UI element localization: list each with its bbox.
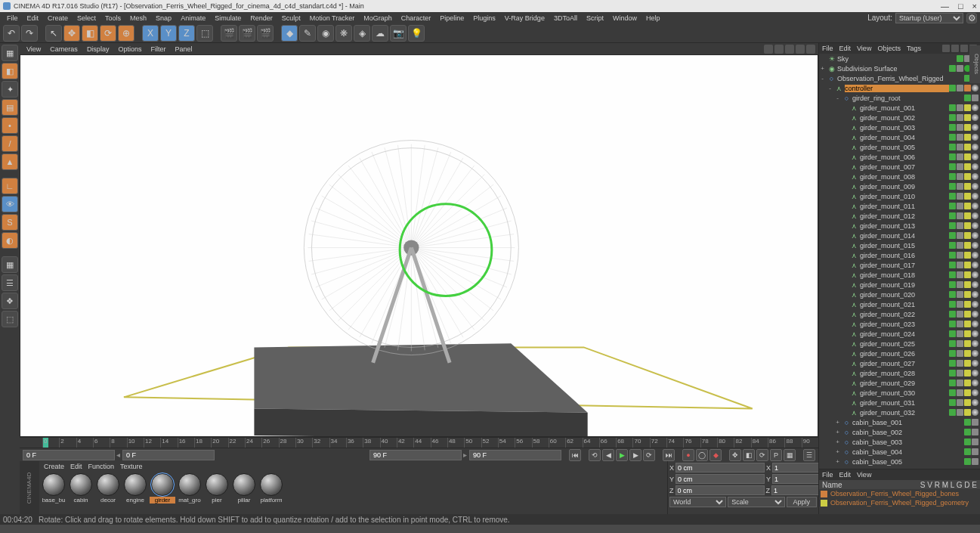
flag-vis2-icon[interactable] [957, 409, 963, 416]
flag-vis2-icon[interactable] [957, 173, 963, 180]
flag-tag2-icon[interactable] [972, 370, 978, 377]
vp-nav5-icon[interactable] [806, 45, 815, 54]
render-view-button[interactable]: 🎬 [221, 25, 237, 42]
object-row[interactable]: ⋏girder_mount_027 [819, 358, 980, 368]
flag-vis2-icon[interactable] [957, 114, 963, 121]
texture-mode-button[interactable]: ✦ [2, 81, 18, 98]
flag-vis-icon[interactable] [964, 95, 971, 101]
object-row[interactable]: ⋏girder_mount_001 [819, 103, 980, 113]
maximize-button[interactable]: □ [958, 2, 963, 11]
flag-vis-icon[interactable] [949, 85, 956, 91]
flag-vis-icon[interactable] [949, 242, 956, 249]
flag-vis-icon[interactable] [964, 438, 971, 445]
polygon-mode-button[interactable]: ▲ [2, 153, 18, 170]
next-frame-button[interactable]: ▶ [629, 449, 641, 461]
misc1-button[interactable]: ☰ [2, 274, 18, 291]
flag-tag-icon[interactable] [964, 409, 971, 416]
mat-menu-texture[interactable]: Texture [120, 463, 143, 470]
flag-vis-icon[interactable] [949, 321, 956, 327]
flag-tag2-icon[interactable] [972, 281, 978, 288]
flag-vis-icon[interactable] [949, 262, 956, 268]
object-row[interactable]: ⋏girder_mount_002 [819, 113, 980, 122]
flag-tag-icon[interactable] [964, 301, 971, 308]
flag-tag2-icon[interactable] [972, 114, 978, 121]
flag-vis-icon[interactable] [949, 124, 956, 131]
range-start2-field[interactable] [122, 450, 215, 460]
om-view-icon[interactable] [951, 45, 959, 52]
flag-vis2-icon[interactable] [957, 232, 963, 239]
menu-edit[interactable]: Edit [23, 14, 43, 22]
object-row[interactable]: +○cabin_base_001 [819, 417, 980, 427]
mat-menu-edit[interactable]: Edit [70, 463, 82, 470]
tree-toggle-icon[interactable]: + [834, 448, 841, 455]
flag-tag2-icon[interactable] [972, 350, 978, 357]
flag-tag2-icon[interactable] [972, 380, 978, 386]
object-row[interactable]: ⋏girder_mount_011 [819, 201, 980, 211]
flag-vis-icon[interactable] [949, 330, 956, 337]
flag-vis-icon[interactable] [949, 144, 956, 150]
object-row[interactable]: ⋏girder_mount_020 [819, 290, 980, 299]
object-row[interactable]: ☀Sky [819, 54, 980, 64]
menu-help[interactable]: Help [642, 14, 664, 22]
flag-tag-icon[interactable] [964, 389, 971, 396]
z-axis-lock[interactable]: Z [178, 25, 195, 42]
flag-vis-icon[interactable] [949, 134, 956, 141]
object-row[interactable]: ⋏girder_mount_026 [819, 349, 980, 358]
object-row[interactable]: ⋏girder_mount_005 [819, 142, 980, 152]
tree-toggle-icon[interactable]: + [834, 458, 841, 465]
vp-menu-options[interactable]: Options [114, 45, 145, 53]
flag-tag-icon[interactable] [964, 124, 971, 131]
flag-vis-icon[interactable] [949, 360, 956, 367]
flag-tag-icon[interactable] [964, 232, 971, 239]
flag-vis-icon[interactable] [949, 232, 956, 239]
menu-pipeline[interactable]: Pipeline [436, 14, 468, 22]
menu-window[interactable]: Window [609, 14, 641, 22]
pla-key-button[interactable]: ▦ [784, 449, 796, 461]
rot-key-button[interactable]: ⟳ [756, 449, 768, 461]
next-key-button[interactable]: ⟳ [643, 449, 655, 461]
object-row[interactable]: -○Observation_Ferris_Wheel_Rigged [819, 73, 980, 83]
flag-vis-icon[interactable] [949, 291, 956, 298]
pos-x-field[interactable] [675, 463, 765, 473]
flag-vis-icon[interactable] [949, 301, 956, 308]
vp-nav3-icon[interactable] [785, 45, 794, 54]
flag-vis-icon[interactable] [949, 114, 956, 121]
flag-tag2-icon[interactable] [972, 183, 978, 190]
select-tool[interactable]: ↖ [45, 25, 62, 42]
flag-tag-icon[interactable] [964, 262, 971, 268]
goto-end-button[interactable]: ⏭ [663, 449, 675, 461]
flag-tag-icon[interactable] [964, 281, 971, 288]
menu-file[interactable]: File [3, 14, 22, 22]
layers-menu-view[interactable]: View [857, 471, 871, 479]
menu-plugins[interactable]: Plugins [469, 14, 499, 22]
cube-primitive-button[interactable]: ◆ [281, 25, 298, 42]
flag-vis-icon[interactable] [949, 311, 956, 318]
flag-tag-icon[interactable] [964, 271, 971, 278]
material-mat_gro[interactable]: mat_gro [177, 473, 202, 513]
flag-tag2-icon[interactable] [972, 301, 978, 308]
snap-button[interactable]: S [2, 214, 18, 231]
coord-mode-select[interactable]: Scale [728, 497, 784, 507]
layer-color-swatch[interactable] [821, 491, 827, 497]
flag-tag2-icon[interactable] [972, 104, 978, 111]
object-row[interactable]: ⋏girder_mount_010 [819, 191, 980, 201]
object-row[interactable]: ⋏girder_mount_021 [819, 299, 980, 309]
object-row[interactable]: -○girder_ring_root [819, 93, 980, 103]
om-menu-tags[interactable]: Tags [907, 45, 921, 52]
object-row[interactable]: ⋏girder_mount_003 [819, 122, 980, 132]
flag-vis2-icon[interactable] [957, 311, 963, 318]
flag-tag-icon[interactable] [964, 252, 971, 259]
rotate-tool[interactable]: ⟳ [100, 25, 116, 42]
camera-button[interactable]: 📷 [390, 25, 407, 42]
flag-tag-icon[interactable] [964, 114, 971, 121]
layout-config-icon[interactable]: ⚙ [966, 13, 977, 23]
axis-button[interactable]: ∟ [2, 178, 18, 194]
flag-vis-icon[interactable] [949, 252, 956, 259]
flag-vis2-icon[interactable] [972, 458, 978, 465]
flag-vis2-icon[interactable] [957, 203, 963, 209]
flag-vis2-icon[interactable] [957, 271, 963, 278]
scale-tool[interactable]: ◧ [82, 25, 98, 42]
flag-vis2-icon[interactable] [957, 350, 963, 357]
vp-menu-panel[interactable]: Panel [171, 45, 196, 53]
object-row[interactable]: ⋏girder_mount_029 [819, 378, 980, 388]
